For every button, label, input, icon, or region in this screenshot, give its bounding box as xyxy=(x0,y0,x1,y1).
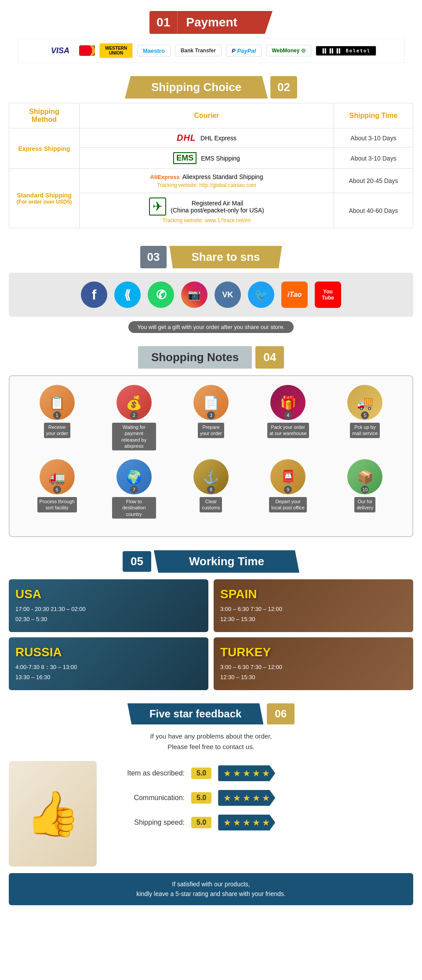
rating-1-label: Item as described: xyxy=(106,769,185,777)
standard-label-line1: Standard Shipping xyxy=(16,192,73,199)
section02-num: 02 xyxy=(270,76,297,99)
step-10: 📦 10 Our fordelivery xyxy=(343,459,387,512)
ali-icon: AliExpress xyxy=(150,174,180,180)
facebook-icon[interactable]: f xyxy=(81,282,107,308)
section05-num: 05 xyxy=(123,551,151,572)
bank-transfer-logo: Bank Transfer xyxy=(175,45,222,56)
airmail-tracking: Tracking website: www.17track.net/en xyxy=(86,217,327,223)
payment-header: 01 Payment xyxy=(9,11,413,34)
feedback-footer-line2: kindly leave a 5-star rating and share w… xyxy=(136,890,285,897)
share-header: 03 Share to sns xyxy=(9,246,413,268)
vk-icon[interactable]: VK xyxy=(215,282,241,308)
shipping-table-header: Shipping Method Courier Shipping Time xyxy=(9,103,413,128)
rating-1-star-3: ★ xyxy=(243,768,251,779)
step-7-num: 7 xyxy=(130,486,138,494)
section-payment: 01 Payment VISA WESTERNUNION Maestro Ban… xyxy=(0,0,422,69)
russia-name: RUSSIA xyxy=(15,645,62,659)
step-1-circle: 📋 1 xyxy=(40,385,75,420)
itao-icon[interactable]: iTao xyxy=(281,282,308,308)
step-8-label: Clearcustoms xyxy=(200,497,222,512)
rating-2-star-3: ★ xyxy=(243,793,251,803)
rating-3-star-4: ★ xyxy=(252,817,260,828)
rating-2-star-5: ★ xyxy=(262,793,270,803)
ali-name: Aliexpress Standard Shipping xyxy=(182,173,263,180)
airmail-icon-row: ✈ Registered Air Mail(China post/epacket… xyxy=(86,197,327,216)
step-7-circle: 🌍 7 xyxy=(116,459,152,494)
ems-icon: EMS xyxy=(173,152,196,164)
rating-3-star-3: ★ xyxy=(243,817,251,828)
whatsapp-icon[interactable]: ✆ xyxy=(148,282,174,308)
express-shipping-label: Express Shipping xyxy=(9,128,80,169)
thumbs-up-image: 👍 xyxy=(9,761,97,867)
step-9-label: Depart yourlocal post office xyxy=(269,497,307,512)
youtube-icon[interactable]: YouTube xyxy=(315,282,341,308)
twitter-icon[interactable]: 🐦 xyxy=(248,282,274,308)
section04-title: Shopping Notes xyxy=(138,346,252,369)
section03-num: 03 xyxy=(140,246,167,268)
step-6-num: 6 xyxy=(53,486,61,494)
rating-2-star-2: ★ xyxy=(233,793,241,803)
rating-3-score: 5.0 xyxy=(191,817,211,828)
rating-3-label: Shipping speed: xyxy=(106,819,185,826)
dhl-name: DHL Express xyxy=(200,135,236,142)
skype-icon[interactable]: ⟪ xyxy=(114,282,141,308)
aliexpress-row: Standard Shipping (For order over USD5) … xyxy=(9,169,413,193)
dhl-courier: DHL DHL Express xyxy=(80,128,334,148)
working-header: 05 Working Time xyxy=(9,550,413,573)
step-6: 🚛 6 Process throughsort facility xyxy=(35,459,79,512)
step-2-num: 2 xyxy=(130,411,138,419)
visa-logo: VISA xyxy=(46,44,75,58)
usa-times: 17:00 - 20:30 21:30 – 02:00 02:30 – 5:30 xyxy=(15,604,86,625)
rating-2-stars: ★ ★ ★ ★ ★ xyxy=(218,790,275,806)
standard-label-line2: (For order over USD5) xyxy=(16,199,73,205)
col-method-header: Shipping Method xyxy=(9,103,80,128)
ali-time: About 20-45 Days xyxy=(334,169,413,193)
step-10-num: 10 xyxy=(361,486,369,494)
step-9-circle: 📮 9 xyxy=(270,459,306,494)
section01-title: Payment xyxy=(177,11,273,34)
step-3-num: 3 xyxy=(207,411,215,419)
rating-1-star-4: ★ xyxy=(252,768,260,779)
shopping-steps-box: 📋 1 Receiveyour order 💰 2 Waiting for pa… xyxy=(9,375,413,537)
feedback-subtitle-line1: If you have any problems about the order… xyxy=(150,732,272,740)
rating-1-score: 5.0 xyxy=(191,768,211,779)
section01-num: 01 xyxy=(149,11,177,34)
rating-3-star-1: ★ xyxy=(223,817,231,828)
russia-box: RUSSIA 4:00-7:30 8：30 – 13:00 13:30 – 16… xyxy=(9,637,208,690)
airmail-courier: ✈ Registered Air Mail(China post/epacket… xyxy=(80,193,334,228)
spain-name: SPAIN xyxy=(220,587,257,601)
instagram-icon[interactable]: 📷 xyxy=(181,282,207,308)
step-7-icon: 🌍 xyxy=(126,469,142,485)
rating-2-star-4: ★ xyxy=(252,793,260,803)
section-working: 05 Working Time USA 17:00 - 20:30 21:30 … xyxy=(0,546,422,699)
section03-title: Share to sns xyxy=(169,246,282,268)
turkey-name: TURKEY xyxy=(220,645,271,659)
step-1-num: 1 xyxy=(53,411,61,419)
step-4-label: Pack your orderat our warehouse xyxy=(267,423,309,438)
step-3: 📄 3 Prepareyour order xyxy=(189,385,233,438)
section06-title: Five star feedback xyxy=(127,703,263,724)
rating-1-stars: ★ ★ ★ ★ ★ xyxy=(218,765,275,781)
step-2: 💰 2 Waiting for paymentreleased by alixp… xyxy=(112,385,156,450)
airmail-name: Registered Air Mail(China post/epacket-o… xyxy=(171,200,264,214)
airmail-icon: ✈ xyxy=(149,197,166,216)
shipping-table: Shipping Method Courier Shipping Time Ex… xyxy=(9,103,413,228)
step-9-num: 9 xyxy=(284,486,292,494)
feedback-subtitle: If you have any problems about the order… xyxy=(9,731,413,752)
russia-times: 4:00-7:30 8：30 – 13:00 13:30 – 16:30 xyxy=(15,662,77,683)
section04-num: 04 xyxy=(255,346,284,369)
rating-1-star-5: ★ xyxy=(262,768,270,779)
rating-3-star-5: ★ xyxy=(262,817,270,828)
shipping-header: Shipping Choice 02 xyxy=(9,76,413,99)
rating-2-score: 5.0 xyxy=(191,792,211,804)
ali-tracking: Tracking website: http://global.cainiao.… xyxy=(86,182,327,188)
step-6-circle: 🚛 6 xyxy=(40,459,75,494)
aliexpress-courier: AliExpress Aliexpress Standard Shipping … xyxy=(80,169,334,193)
step-1: 📋 1 Receiveyour order xyxy=(35,385,79,438)
ems-name: EMS Shipping xyxy=(201,155,240,162)
webmoney-logo: WebMoney ⊙ xyxy=(266,45,311,56)
rating-3-stars: ★ ★ ★ ★ ★ xyxy=(218,815,275,830)
step-4-icon: 🎁 xyxy=(280,395,296,410)
maestro-logo: Maestro xyxy=(137,45,171,57)
turkey-box: TURKEY 3:00 – 6:30 7:30 – 12:00 12:30 – … xyxy=(214,637,413,690)
